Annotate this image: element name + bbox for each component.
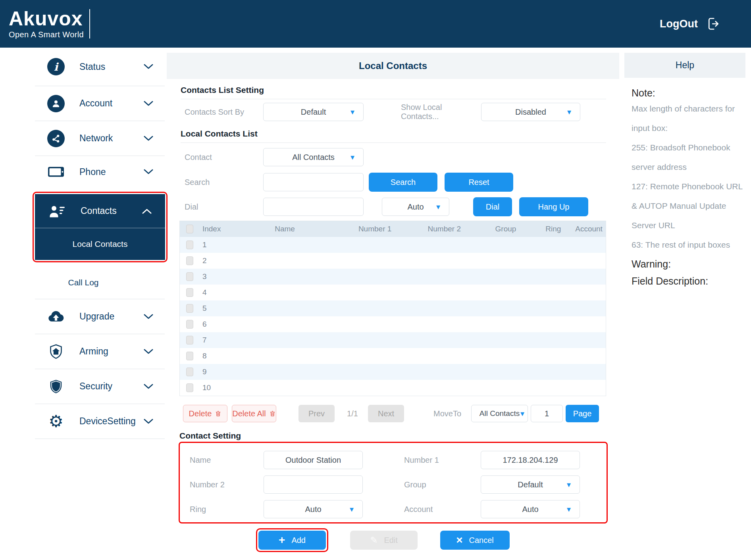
contact-filter-dropdown[interactable]: All Contacts ▼ [263,148,364,166]
caret-down-icon: ▼ [567,506,571,512]
cancel-button[interactable]: × Cancel [440,531,510,550]
caret-down-icon: ▼ [520,411,524,417]
help-text-line: Max length of characters for [632,99,745,118]
ring-dropdown[interactable]: Auto ▼ [264,500,363,518]
table-row: 6 [180,316,606,332]
page: Akuvox Open A Smart World LogOut i Statu… [0,0,751,560]
cloud-upload-icon [47,308,65,326]
edit-button[interactable]: ✎ Edit [350,531,418,550]
hang-up-button[interactable]: Hang Up [519,197,588,216]
help-warning-heading: Warning: [632,258,745,270]
row-checkbox[interactable] [186,304,193,313]
network-icon [47,129,65,148]
sidebar-item-account[interactable]: Account [0,86,167,121]
page-number-input[interactable] [531,405,563,422]
dial-button[interactable]: Dial [473,197,512,216]
sidebar-item-security[interactable]: Security [0,369,167,404]
sidebar-item-status[interactable]: i Status [0,48,167,86]
row-checkbox[interactable] [186,272,193,281]
search-button[interactable]: Search [369,173,437,192]
row-checkbox[interactable] [186,241,193,249]
chevron-down-icon [144,136,153,141]
group-label: Group [404,480,481,489]
chevron-down-icon [144,314,153,319]
add-button[interactable]: + Add [258,531,326,550]
shield-icon [47,377,65,396]
column-header-account: Account [572,225,606,233]
help-text-line: input box: [632,118,745,138]
number2-input[interactable] [264,475,363,494]
name-input[interactable] [264,451,363,469]
dial-input[interactable] [263,198,364,216]
table-row: 10 [180,380,606,396]
contact-label: Contact [185,153,263,162]
section-heading-contact-setting: Contact Setting [179,431,619,441]
logout-button[interactable]: LogOut [660,0,720,48]
row-checkbox[interactable] [186,336,193,344]
logout-label: LogOut [660,18,698,30]
info-icon: i [47,58,65,76]
row-checkbox[interactable] [186,383,193,392]
prev-page-button[interactable]: Prev [298,405,335,422]
sidebar-item-devicesetting[interactable]: ⚙ DeviceSetting [0,404,167,439]
row-checkbox[interactable] [186,352,193,360]
sidebar-item-upgrade[interactable]: Upgrade [0,299,167,334]
table-row: 1 [180,237,606,253]
contact-setting-actions: + Add ✎ Edit × Cancel [167,528,619,552]
help-text-line: 127: Remote Phonebook URL [632,177,745,196]
sidebar-item-label: Security [79,381,112,392]
help-text-line: 255: Broadsoft Phonebook [632,138,745,157]
number2-label: Number 2 [190,480,264,489]
ring-label: Ring [190,505,264,514]
show-local-contacts-dropdown[interactable]: Disabled ▼ [481,103,580,121]
caret-down-icon: ▼ [350,154,354,160]
table-row: 8 [180,348,606,364]
reset-button[interactable]: Reset [445,173,513,192]
table-row: 5 [180,300,606,316]
help-field-description-heading: Field Description: [632,275,745,287]
sidebar-item-contacts[interactable]: Contacts [35,194,165,228]
caret-down-icon: ▼ [567,482,571,488]
move-to-dropdown[interactable]: All Contacts ▼ [471,405,528,422]
help-text-line: & AUTOP Manual Update [632,196,745,216]
plus-icon: + [279,535,285,546]
brand-name: Akuvox [9,8,84,29]
row-checkbox[interactable] [186,256,193,265]
dial-account-dropdown[interactable]: Auto ▼ [382,198,449,216]
delete-all-button[interactable]: Delete All [232,405,276,422]
table-row: 2 [180,253,606,269]
sidebar-item-label: Contacts [81,206,117,216]
select-all-checkbox[interactable] [186,225,193,233]
row-checkbox[interactable] [186,288,193,297]
delete-button[interactable]: Delete [183,405,227,422]
table-row: 3 [180,269,606,285]
sidebar-item-phone[interactable]: Phone [0,156,167,188]
group-dropdown[interactable]: Default ▼ [481,475,580,494]
page-indicator: 1/1 [343,409,362,418]
sidebar-item-network[interactable]: Network [0,121,167,156]
caret-down-icon: ▼ [350,109,354,115]
brand-tagline: Open A Smart World [9,30,84,39]
account-dropdown[interactable]: Auto ▼ [481,500,580,518]
row-checkbox[interactable] [186,320,193,329]
number1-label: Number 1 [404,456,481,465]
contacts-sort-by-label: Contacts Sort By [185,108,263,117]
search-input[interactable] [263,173,364,191]
number1-input[interactable] [481,451,580,469]
divider [181,142,606,143]
chevron-down-icon [144,101,153,106]
go-to-page-button[interactable]: Page [566,405,599,422]
row-checkbox[interactable] [186,368,193,376]
chevron-down-icon [144,64,153,69]
sidebar-item-call-log[interactable]: Call Log [0,266,167,299]
help-text-line: server address [632,157,745,177]
help-text-line: Server URL [632,216,745,235]
page-title-bar: Local Contacts [167,53,619,79]
contacts-sort-by-dropdown[interactable]: Default ▼ [263,103,364,121]
help-note-heading: Note: [632,87,745,99]
next-page-button[interactable]: Next [368,405,404,422]
annotation-box-contact-setting: Name Number 1 Number 2 Group Default ▼ R… [179,442,608,523]
caret-down-icon: ▼ [567,109,571,115]
sidebar-item-local-contacts[interactable]: Local Contacts [35,228,165,260]
sidebar-item-arming[interactable]: Arming [0,334,167,369]
